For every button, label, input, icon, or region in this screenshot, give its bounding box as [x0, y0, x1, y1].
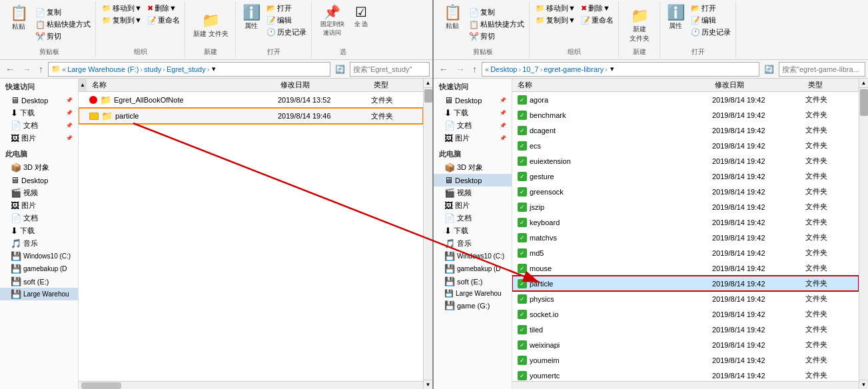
move-to-button[interactable]: 📁移动到▼	[100, 3, 144, 14]
paste-shortcut-button[interactable]: 📋粘贴快捷方式	[33, 19, 93, 30]
right-open-btn[interactable]: 📂打开	[689, 3, 733, 14]
sidebar-item-gamebakup[interactable]: 💾gamebakup (D	[0, 262, 78, 275]
up-button[interactable]: ↑	[36, 63, 46, 76]
right-col-type-header[interactable]: 类型	[803, 79, 849, 91]
right-sidebar-desktop2[interactable]: 🖥Desktop	[434, 174, 512, 187]
paste-button[interactable]: 📋 粘贴	[5, 3, 32, 46]
sidebar-item-music[interactable]: 🎵音乐	[0, 237, 78, 250]
sidebar-item-pics-2[interactable]: 🖼图片	[0, 199, 78, 212]
left-path-bar[interactable]: 📁 « Large Warehouse (F:) › study › Egret…	[48, 62, 330, 77]
sidebar-item-video[interactable]: 🎬视频	[0, 187, 78, 199]
right-sidebar-download1[interactable]: ⬇下载📌	[434, 107, 512, 119]
right-copy-to-button[interactable]: 📁复制到▼	[534, 15, 578, 26]
right-copy-button[interactable]: 📄复制	[467, 7, 526, 18]
right-sidebar-music[interactable]: 🎵音乐	[434, 237, 512, 250]
file-row-jszip[interactable]: ✓ jszip 2019/8/14 19:42 文件夹	[512, 199, 859, 214]
right-search-input[interactable]	[779, 62, 865, 77]
right-sidebar-soft[interactable]: 💾soft (E:)	[434, 275, 512, 288]
right-back-button[interactable]: ←	[436, 63, 451, 76]
right-edit-button[interactable]: 📝编辑	[689, 15, 733, 26]
rename-button[interactable]: 📝重命名	[145, 15, 182, 26]
forward-button[interactable]: →	[19, 63, 34, 76]
right-path-bar[interactable]: « Desktop › 10_7 › egret-game-library › …	[482, 62, 759, 77]
right-paste-button[interactable]: 📋 粘贴	[439, 3, 466, 46]
right-vscroll-up[interactable]: ▲	[859, 79, 869, 88]
cut-button[interactable]: ✂️剪切	[33, 31, 93, 42]
sidebar-item-3d[interactable]: 📦3D 对象	[0, 161, 78, 174]
right-rename-button[interactable]: 📝重命名	[579, 15, 616, 26]
right-sidebar-download2[interactable]: ⬇下载	[434, 224, 512, 237]
right-col-name-header[interactable]: 名称	[512, 79, 709, 91]
new-folder-button[interactable]: 📁 新建 文件夹	[191, 11, 231, 40]
file-row-socket_io[interactable]: ✓ socket.io 2019/8/14 19:42 文件夹	[512, 306, 859, 322]
pin-button[interactable]: 📌 固定到快 速访问	[316, 3, 349, 39]
sidebar-item-soft[interactable]: 💾soft (E:)	[0, 275, 78, 288]
path-dropdown[interactable]: ▾	[211, 65, 217, 73]
sidebar-item-large-warehouse[interactable]: 💾Large Warehou	[0, 288, 78, 300]
right-sidebar-desktop1[interactable]: 🖥Desktop📌	[434, 94, 512, 107]
select-all-button[interactable]: ☑ 全 选	[352, 3, 371, 30]
file-row-physics[interactable]: ✓ physics 2019/8/14 19:42 文件夹	[512, 291, 859, 306]
file-row-agora[interactable]: ✓ agora 2019/8/14 19:42 文件夹	[512, 92, 859, 107]
sidebar-item-win10[interactable]: 💾Windows10 (C:)	[0, 250, 78, 262]
sidebar-item-pics-1[interactable]: 🖼图片📌	[0, 132, 78, 145]
right-sidebar-pics2[interactable]: 🖼图片	[434, 199, 512, 212]
right-up-button[interactable]: ↑	[470, 63, 480, 76]
col-date-header[interactable]: 修改日期	[275, 79, 368, 91]
open-btn[interactable]: 📂打开	[264, 3, 308, 14]
left-search-input[interactable]	[350, 62, 430, 77]
file-row-particle-left[interactable]: 📁 particle 2019/8/14 19:46 文件夹	[79, 108, 423, 124]
right-properties-button[interactable]: ℹ️ 属性	[664, 3, 687, 32]
left-vscroll-thumb[interactable]	[424, 89, 432, 103]
right-delete-button[interactable]: ✖删除▼	[579, 3, 616, 14]
file-row-ecs[interactable]: ✓ ecs 2019/8/14 19:42 文件夹	[512, 138, 859, 153]
file-row-egret-allbookofnote[interactable]: 📁 Egret_AllBookOfNote 2019/8/14 13:52 文件…	[79, 92, 423, 108]
right-sidebar-game[interactable]: 💾game (G:)	[434, 299, 512, 312]
right-sidebar-large[interactable]: 💾Large Warehou	[434, 288, 512, 299]
col-name-header[interactable]: 名称	[87, 79, 275, 91]
right-sidebar-gamebakup[interactable]: 💾gamebakup (D	[434, 262, 512, 275]
file-row-particle[interactable]: ✓ particle 2019/8/14 19:42 文件夹	[512, 276, 859, 291]
right-new-folder-button[interactable]: 📁 新建文件夹	[627, 6, 652, 45]
file-row-dcagent[interactable]: ✓ dcagent 2019/8/14 19:42 文件夹	[512, 123, 859, 138]
left-vscroll-down[interactable]: ▼	[424, 380, 433, 389]
right-cut-button[interactable]: ✂️剪切	[467, 31, 526, 42]
right-col-date-header[interactable]: 修改日期	[709, 79, 803, 91]
file-row-matchvs[interactable]: ✓ matchvs 2019/8/14 19:42 文件夹	[512, 230, 859, 245]
right-history-button[interactable]: 🕐历史记录	[689, 27, 733, 38]
delete-button[interactable]: ✖删除▼	[145, 3, 182, 14]
right-vscroll-down[interactable]: ▼	[859, 380, 869, 389]
file-row-tiled[interactable]: ✓ tiled 2019/8/14 19:42 文件夹	[512, 322, 859, 337]
file-row-mouse[interactable]: ✓ mouse 2019/8/14 19:42 文件夹	[512, 260, 859, 276]
right-move-to-button[interactable]: 📁移动到▼	[534, 3, 578, 14]
edit-button[interactable]: 📝编辑	[264, 15, 308, 26]
file-row-gesture[interactable]: ✓ gesture 2019/8/14 19:42 文件夹	[512, 169, 859, 184]
left-vscroll-up[interactable]: ▲	[424, 79, 433, 88]
right-vscroll-thumb[interactable]	[860, 89, 868, 116]
sidebar-item-desktop-2[interactable]: 🖥Desktop	[0, 174, 78, 187]
sidebar-item-download-1[interactable]: ⬇下载📌	[0, 107, 78, 119]
file-row-benchmark[interactable]: ✓ benchmark 2019/8/14 19:42 文件夹	[512, 107, 859, 123]
left-hscroll[interactable]	[81, 382, 121, 389]
right-sidebar-video[interactable]: 🎬视频	[434, 187, 512, 199]
right-forward-button[interactable]: →	[453, 63, 468, 76]
sidebar-item-download-2[interactable]: ⬇下载	[0, 224, 78, 237]
file-row-weixinapi[interactable]: ✓ weixinapi 2019/8/14 19:42 文件夹	[512, 337, 859, 352]
file-row-youmeim[interactable]: ✓ youmeim 2019/8/14 19:42 文件夹	[512, 352, 859, 368]
history-button[interactable]: 🕐历史记录	[264, 27, 308, 38]
file-row-youmertc[interactable]: ✓ youmertc 2019/8/14 19:42 文件夹	[512, 368, 859, 381]
right-sidebar-win10[interactable]: 💾Windows10 (C:)	[434, 250, 512, 262]
back-button[interactable]: ←	[3, 63, 17, 76]
sidebar-item-docs-1[interactable]: 📄文档📌	[0, 119, 78, 132]
right-sidebar-pics1[interactable]: 🖼图片📌	[434, 132, 512, 145]
right-paste-shortcut-button[interactable]: 📋粘贴快捷方式	[467, 19, 526, 30]
file-row-keyboard[interactable]: ✓ keyboard 2019/8/14 19:42 文件夹	[512, 214, 859, 230]
properties-button[interactable]: ℹ️ 属性	[240, 3, 263, 32]
right-sidebar-3d[interactable]: 📦3D 对象	[434, 161, 512, 174]
file-row-md5[interactable]: ✓ md5 2019/8/14 19:42 文件夹	[512, 245, 859, 260]
sidebar-item-desktop-1[interactable]: 🖥Desktop📌	[0, 94, 78, 107]
right-refresh-button[interactable]: 🔄	[761, 63, 777, 75]
refresh-button[interactable]: 🔄	[332, 63, 348, 75]
right-sidebar-docs2[interactable]: 📄文档	[434, 212, 512, 224]
copy-button[interactable]: 📄复制	[33, 7, 93, 18]
